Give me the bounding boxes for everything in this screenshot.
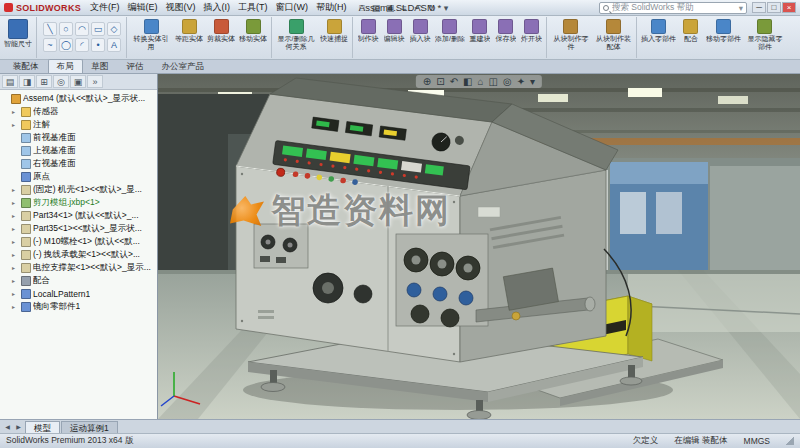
tree-item[interactable]: ▸ 传感器 [0,105,157,118]
tree-item[interactable]: 前视基准面 [0,131,157,144]
minimize-button[interactable]: ─ [752,2,766,13]
menu-item[interactable]: 编辑(E) [124,1,162,14]
view-orientation-icon[interactable]: ⌂ [477,76,483,87]
tree-item[interactable]: 上视基准面 [0,144,157,157]
text-icon[interactable]: A [107,38,121,52]
save-icon[interactable]: ▣ [384,3,397,13]
maximize-button[interactable]: □ [767,2,781,13]
menu-item[interactable]: 插入(I) [200,1,235,14]
tree-item[interactable]: ▸ (固定) 机壳<1><<默认>_显... [0,183,157,196]
ribbon-button[interactable]: 转换实体引用 [129,17,173,58]
expand-icon[interactable]: ▸ [12,303,19,310]
ribbon-button[interactable]: 快速捕捉 [318,17,353,58]
expand-icon[interactable]: ▸ [12,108,19,115]
expand-icon[interactable]: ▸ [12,225,19,232]
rectangle-icon[interactable]: ▭ [91,22,105,36]
point-icon[interactable]: • [91,38,105,52]
graphics-area[interactable]: ⊕⊡↶◧⌂◫◎✦▾ 智造资料网 [158,74,800,419]
close-button[interactable]: × [782,2,796,13]
panel-overflow-icon[interactable]: » [87,75,103,88]
zoom-fit-icon[interactable]: ⊕ [423,76,431,87]
ribbon-button[interactable]: 炸开块 [519,17,547,58]
expand-icon[interactable]: ▸ [12,238,19,245]
expand-icon[interactable]: ▸ [12,277,19,284]
expand-icon[interactable]: ▸ [12,186,19,193]
previous-view-icon[interactable]: ↶ [450,76,458,87]
print-icon[interactable]: ≡ [398,3,411,13]
propertymanager-tab-icon[interactable]: ◨ [19,75,35,88]
expand-icon[interactable]: ▸ [12,121,19,128]
ribbon-button[interactable]: 移动实体 [237,17,272,58]
tab-scroll-next-icon[interactable]: ▶ [13,423,24,430]
command-tab[interactable]: 办公室产品 [153,59,214,73]
ribbon-button[interactable]: 重建块 [467,17,493,58]
tab-scroll-first-icon[interactable]: ◀ [2,423,13,430]
display-style-icon[interactable]: ◫ [489,76,498,87]
tree-item[interactable]: ▸ (-) M10螺栓<1> (默认<<默... [0,235,157,248]
ribbon-button[interactable]: 插入块 [407,17,433,58]
ribbon-button[interactable]: 剪裁实体 [205,17,237,58]
menu-item[interactable]: 工具(T) [234,1,272,14]
menu-item[interactable]: 帮助(H) [312,1,351,14]
featuremanager-tab-icon[interactable]: ▤ [2,75,18,88]
undo-icon[interactable]: ↶ [412,3,425,13]
command-tab[interactable]: 评估 [118,59,153,73]
command-tab[interactable]: 草图 [83,59,118,73]
help-search-box[interactable]: 搜索 SolidWorks 帮助 ▾ [599,2,747,14]
menu-item[interactable]: 视图(V) [162,1,200,14]
command-tab[interactable]: 装配体 [4,59,48,73]
ribbon-button[interactable]: 移动零部件 [704,17,743,58]
fillet-icon[interactable]: ◜ [75,38,89,52]
ribbon-button[interactable]: 配合 [678,17,704,58]
scene-dropdown-icon[interactable]: ▾ [530,76,535,87]
tree-item[interactable]: ▸ LocalLPattern1 [0,287,157,300]
circle-icon[interactable]: ○ [59,22,73,36]
ellipse-icon[interactable]: ◯ [59,38,73,52]
ribbon-button[interactable]: 制作块 [355,17,381,58]
ribbon-button[interactable]: 保存块 [493,17,519,58]
expand-icon[interactable]: ▸ [12,212,19,219]
command-tab[interactable]: 布局 [48,59,83,73]
tree-item[interactable]: ▸ Part35<1><<默认>_显示状... [0,222,157,235]
configurationmanager-tab-icon[interactable]: ⊞ [36,75,52,88]
ribbon-button[interactable]: 智能尺寸 [2,17,37,58]
tree-item[interactable]: ▸ 配合 [0,274,157,287]
ribbon-button[interactable]: 等距实体 [173,17,205,58]
ribbon-button[interactable]: 从块制作装配体 [593,17,637,58]
new-document-icon[interactable]: □ [356,3,369,13]
zoom-area-icon[interactable]: ⊡ [436,76,444,87]
ribbon-button[interactable]: 插入零部件 [639,17,678,58]
tree-item[interactable]: 原点 [0,170,157,183]
rebuild-icon[interactable]: ↻ [426,3,439,13]
expand-icon[interactable]: ▸ [12,290,19,297]
menu-item[interactable]: 窗口(W) [272,1,313,14]
tree-item[interactable]: ▸ 注解 [0,118,157,131]
ribbon-button[interactable]: 编辑块 [381,17,407,58]
hide-show-items-icon[interactable]: ◎ [503,76,512,87]
tree-item[interactable]: ▸ 剪刀模组.jxbp<1> [0,196,157,209]
displaymanager-tab-icon[interactable]: ▣ [70,75,86,88]
line-icon[interactable]: ╲ [43,22,57,36]
expand-icon[interactable]: ▸ [12,264,19,271]
ribbon-button[interactable]: 从块制作零件 [549,17,593,58]
units-selector[interactable]: MMGS [744,436,770,446]
tree-item[interactable]: Assem4 (默认<<默认>_显示状... [0,92,157,105]
spline-icon[interactable]: ~ [43,38,57,52]
expand-icon[interactable]: ▸ [12,199,19,206]
polygon-icon[interactable]: ◇ [107,22,121,36]
ribbon-button[interactable]: 显示隐藏零部件 [743,17,787,58]
tree-item[interactable]: ▸ 镜向零部件1 [0,300,157,313]
study-tab[interactable]: 运动算例1 [61,421,118,433]
dimxpert-tab-icon[interactable]: ◎ [53,75,69,88]
arc-icon[interactable]: ◠ [75,22,89,36]
ribbon-button[interactable]: 显示/删除几何关系 [274,17,318,58]
open-document-icon[interactable]: ▤ [370,3,383,13]
search-dropdown-icon[interactable]: ▾ [739,3,743,13]
tree-item[interactable]: ▸ 电控支撑架<1><<默认>_显示... [0,261,157,274]
study-tab[interactable]: 模型 [25,421,60,433]
options-icon[interactable]: ▾ [440,3,453,13]
tree-item[interactable]: ▸ Part34<1> (默认<<默认>_... [0,209,157,222]
tree-item[interactable]: ▸ (-) 拽线承载架<1><<默认>... [0,248,157,261]
menu-item[interactable]: 文件(F) [86,1,124,14]
edit-appearance-icon[interactable]: ✦ [517,76,525,87]
